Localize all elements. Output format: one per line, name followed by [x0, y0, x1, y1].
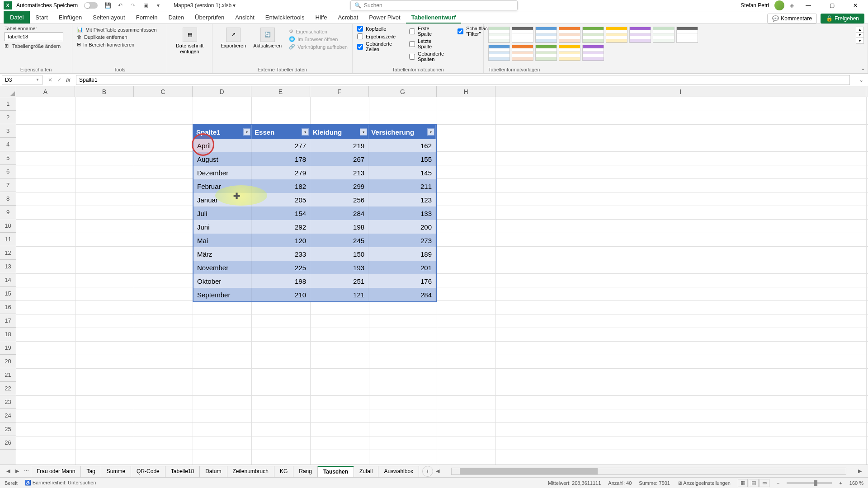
table-cell[interactable]: 256 — [310, 193, 368, 206]
chk-banded-cols[interactable]: Gebänderte Spalten — [409, 51, 444, 62]
table-cell[interactable]: 120 — [252, 234, 310, 247]
column-header[interactable]: E — [251, 86, 310, 97]
row-header[interactable]: 8 — [0, 192, 16, 206]
display-settings[interactable]: 🖥 Anzeigeeinstellungen — [677, 480, 731, 486]
formula-bar[interactable]: Spalte1 — [76, 75, 850, 85]
table-cell[interactable]: 219 — [310, 139, 368, 152]
sheet-tab[interactable]: Tabelle18 — [165, 466, 200, 477]
qat-dropdown-icon[interactable]: ▾ — [154, 1, 162, 9]
row-header[interactable]: 17 — [0, 314, 16, 328]
table-cell[interactable]: 133 — [368, 206, 436, 220]
style-gallery[interactable] — [488, 27, 714, 61]
table-cell[interactable]: 273 — [368, 234, 436, 247]
column-header[interactable]: H — [437, 86, 495, 97]
minimize-button[interactable]: — — [799, 0, 817, 11]
sheet-tab[interactable]: KG — [274, 466, 293, 477]
table-cell[interactable]: 279 — [252, 166, 310, 179]
remove-duplicates-button[interactable]: 🗑 Duplikate entfernen — [77, 33, 162, 41]
table-cell[interactable]: 123 — [368, 193, 436, 206]
view-layout-icon[interactable]: ▤ — [749, 479, 759, 487]
sheet-tab[interactable]: Summe — [101, 466, 131, 477]
tab-entwicklertools[interactable]: Entwicklertools — [260, 12, 310, 23]
chk-header[interactable]: Kopfzeile — [357, 26, 396, 32]
row-header[interactable]: 11 — [0, 233, 16, 246]
close-button[interactable]: ✕ — [846, 0, 864, 11]
table-style-thumb[interactable] — [512, 45, 533, 61]
tab-einfügen[interactable]: Einfügen — [53, 12, 87, 23]
autosave-toggle[interactable]: Automatisches Speichern — [16, 2, 101, 9]
excel-table[interactable]: Spalte1▼Essen▼Kleidung▼Versicherung▼Apri… — [193, 124, 437, 302]
tab-seitenlayout[interactable]: Seitenlayout — [87, 12, 131, 23]
tab-tabellenentwurf[interactable]: Tabellenentwurf — [406, 12, 462, 23]
row-header[interactable]: 19 — [0, 341, 16, 355]
column-header[interactable]: G — [369, 86, 437, 97]
row-header[interactable]: 9 — [0, 206, 16, 219]
chk-total[interactable]: Ergebniszeile — [357, 33, 396, 39]
filename[interactable]: Mappe3 (version 1).xlsb ▾ — [174, 2, 236, 9]
row-header[interactable]: 25 — [0, 422, 16, 436]
column-header[interactable]: D — [193, 86, 251, 97]
gallery-down-icon[interactable]: ▼ — [856, 33, 863, 38]
table-row[interactable]: März233150189 — [193, 247, 436, 261]
undo-icon[interactable]: ↶ — [116, 1, 124, 9]
status-accessibility[interactable]: ♿ Barrierefreiheit: Untersuchen — [25, 480, 96, 486]
table-cell[interactable]: Mai — [193, 234, 252, 247]
row-header[interactable]: 12 — [0, 246, 16, 260]
table-row[interactable]: Februar182299211 — [193, 179, 436, 193]
resize-table-button[interactable]: ⊞ Tabellengröße ändern — [5, 43, 67, 49]
table-style-thumb[interactable] — [629, 27, 651, 43]
table-row[interactable]: Mai120245273 — [193, 234, 436, 247]
sheet-tab[interactable]: Rang — [293, 466, 318, 477]
comments-button[interactable]: 💬 Kommentare — [767, 14, 817, 23]
row-header[interactable]: 10 — [0, 219, 16, 233]
row-header[interactable]: 2 — [0, 111, 16, 124]
column-header[interactable]: B — [75, 86, 134, 97]
search-box[interactable]: 🔍 — [350, 0, 518, 10]
tab-power pivot[interactable]: Power Pivot — [363, 12, 406, 23]
column-header[interactable]: F — [310, 86, 369, 97]
diamond-icon[interactable]: ◈ — [790, 2, 794, 9]
row-header[interactable]: 22 — [0, 382, 16, 395]
table-cell[interactable]: 201 — [368, 261, 436, 274]
formula-expand-icon[interactable]: ⌄ — [859, 77, 866, 83]
row-header[interactable]: 6 — [0, 165, 16, 178]
filter-button[interactable]: ▼ — [302, 128, 309, 136]
row-header[interactable]: 16 — [0, 300, 16, 314]
username[interactable]: Stefan Petri — [741, 2, 769, 9]
refresh-button[interactable]: 🔄 Aktualisieren — [250, 26, 285, 66]
row-header[interactable]: 13 — [0, 260, 16, 273]
table-style-thumb[interactable] — [535, 27, 557, 43]
sheet-tab[interactable]: Tauschen — [317, 466, 354, 477]
save-icon[interactable]: 💾 — [104, 1, 112, 9]
table-cell[interactable]: Juli — [193, 206, 252, 220]
table-row[interactable]: Juni292198200 — [193, 220, 436, 234]
row-header[interactable]: 26 — [0, 436, 16, 450]
avatar[interactable] — [774, 0, 784, 10]
table-cell[interactable]: 292 — [252, 220, 310, 234]
convert-range-button[interactable]: ⊟ In Bereich konvertieren — [77, 41, 162, 48]
row-header[interactable]: 4 — [0, 138, 16, 151]
tab-formeln[interactable]: Formeln — [131, 12, 163, 23]
sheet-scroll-right[interactable]: ▶ — [855, 467, 864, 476]
table-cell[interactable]: November — [193, 261, 252, 274]
chk-first-col[interactable]: Erste Spalte — [409, 26, 444, 37]
slicer-button[interactable]: ▤ Datenschnitt einfügen — [172, 26, 208, 56]
chk-banded-rows[interactable]: Gebänderte Zeilen — [357, 41, 396, 52]
table-cell[interactable]: 198 — [252, 274, 310, 288]
redo-icon[interactable]: ↷ — [129, 1, 137, 9]
sheet-scroll-left[interactable]: ◀ — [433, 467, 442, 476]
table-row[interactable]: April277219162 — [193, 139, 436, 152]
column-header[interactable]: A — [16, 86, 75, 97]
table-cell[interactable]: 267 — [310, 152, 368, 166]
sheet-tab[interactable]: Frau oder Mann — [31, 466, 81, 477]
sheet-nav-more[interactable]: ⋯ — [22, 467, 31, 476]
table-style-thumb[interactable] — [606, 27, 627, 43]
gallery-up-icon[interactable]: ▲ — [856, 27, 863, 33]
select-all-corner[interactable] — [0, 86, 16, 97]
sheet-tab[interactable]: Tag — [80, 466, 101, 477]
table-style-thumb[interactable] — [559, 45, 580, 61]
table-cell[interactable]: Februar — [193, 179, 252, 193]
view-pagebreak-icon[interactable]: ▭ — [760, 479, 769, 487]
table-cell[interactable]: 251 — [310, 274, 368, 288]
table-style-thumb[interactable] — [488, 45, 510, 61]
